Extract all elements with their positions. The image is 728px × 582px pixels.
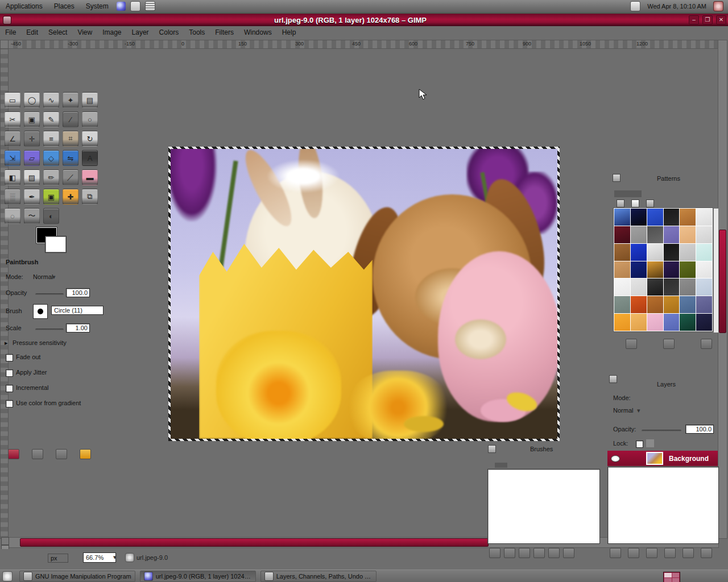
pattern-swatch-13[interactable] (631, 244, 647, 261)
patterns-scrollbar[interactable] (713, 208, 719, 333)
tool-ink[interactable]: ✒ (24, 189, 40, 205)
vertical-scrollbar-thumb[interactable] (719, 230, 726, 333)
pattern-swatch-35[interactable] (696, 296, 712, 313)
horizontal-scrollbar-thumb[interactable] (20, 538, 489, 547)
tool-blur-sharpen[interactable]: ◌ (5, 208, 20, 224)
menu-places[interactable]: Places (48, 0, 80, 13)
tool-zoom[interactable]: ○ (82, 111, 98, 127)
tool-rotate[interactable]: ↻ (82, 131, 98, 147)
shutdown-icon[interactable] (713, 1, 723, 11)
refresh-patterns-icon[interactable] (663, 339, 675, 349)
pattern-swatch-0[interactable] (614, 209, 630, 226)
lock-paint-icon[interactable] (646, 439, 654, 447)
duplicate-layer-icon[interactable] (664, 548, 676, 558)
tool-shear[interactable]: ▱ (24, 150, 40, 166)
panel-clock[interactable]: Wed Apr 8, 10:10 AM (647, 3, 706, 10)
tool-dodge-burn[interactable]: ◐ (43, 208, 59, 224)
gradients-tab-icon[interactable] (646, 199, 654, 207)
menubar-item-windows[interactable]: Windows (239, 28, 277, 36)
menubar-item-tools[interactable]: Tools (184, 28, 210, 36)
tool-scale[interactable]: ⇲ (5, 150, 20, 166)
vertical-scrollbar[interactable] (718, 40, 727, 539)
close-button[interactable]: ✕ (716, 15, 726, 24)
pattern-swatch-22[interactable] (680, 261, 696, 278)
tool-foreground-select[interactable]: ▣ (24, 111, 40, 127)
patterns-grid[interactable] (613, 207, 713, 332)
tool-ellipse-select[interactable]: ◯ (24, 92, 40, 108)
mode-dropdown[interactable]: Normal (33, 273, 53, 280)
pattern-swatch-6[interactable] (614, 226, 630, 243)
layer-thumbnail[interactable] (646, 452, 663, 465)
workspace-1[interactable] (664, 573, 672, 577)
brushes-tab-icon[interactable] (617, 199, 624, 207)
quickmask-toggle[interactable] (1, 537, 9, 545)
pattern-swatch-2[interactable] (647, 209, 663, 226)
tool-clone[interactable]: ▣ (43, 189, 59, 205)
checkbox-use-color-from-gradient[interactable] (6, 400, 13, 408)
mode-dropdown-arrow-icon[interactable]: ▾ (52, 273, 56, 281)
delete-options-icon[interactable] (56, 449, 67, 459)
pattern-swatch-21[interactable] (664, 261, 680, 278)
anchor-layer-icon[interactable] (682, 548, 694, 558)
lower-layer-icon[interactable] (646, 548, 657, 558)
edit-pattern-icon[interactable] (626, 339, 637, 349)
gimp-icon[interactable] (117, 2, 126, 11)
tool-move[interactable]: ✛ (24, 131, 40, 147)
pattern-swatch-20[interactable] (647, 261, 663, 278)
restore-options-icon[interactable] (32, 449, 43, 459)
maximize-button[interactable]: ❐ (702, 15, 713, 24)
menubar-item-image[interactable]: Image (97, 28, 126, 36)
pattern-swatch-40[interactable] (680, 314, 696, 331)
canvas-image[interactable] (171, 149, 557, 439)
opacity-spinbox[interactable]: 100.0 (66, 288, 90, 297)
pattern-swatch-37[interactable] (631, 314, 647, 331)
tool-perspective-clone[interactable]: ⧉ (82, 189, 98, 205)
pattern-swatch-29[interactable] (696, 278, 712, 296)
tool-align[interactable]: ≡ (43, 131, 59, 147)
patterns-dock-grip-icon[interactable] (613, 174, 621, 182)
show-desktop-icon[interactable] (2, 571, 13, 581)
menubar-item-edit[interactable]: Edit (21, 28, 43, 36)
menubar-item-select[interactable]: Select (43, 28, 72, 36)
layers-list-area[interactable] (607, 467, 719, 544)
tool-text[interactable]: A (82, 150, 98, 166)
menubar-item-help[interactable]: Help (277, 28, 301, 36)
refresh-brushes-icon[interactable] (548, 548, 560, 558)
menubar-item-view[interactable]: View (72, 28, 97, 36)
tool-paths[interactable]: ✎ (43, 111, 59, 127)
tool-scissors-select[interactable]: ✂ (5, 111, 20, 127)
text-editor-icon[interactable] (145, 1, 155, 11)
pattern-swatch-4[interactable] (680, 209, 696, 226)
pattern-swatch-32[interactable] (647, 296, 663, 313)
tool-perspective[interactable]: ◇ (43, 150, 59, 166)
pattern-swatch-24[interactable] (614, 278, 630, 296)
minimize-button[interactable]: – (689, 15, 699, 24)
fg-bg-color-area[interactable] (33, 226, 67, 253)
tool-flip[interactable]: ⇋ (63, 150, 78, 166)
pattern-swatch-41[interactable] (696, 314, 712, 331)
pattern-swatch-26[interactable] (647, 278, 663, 296)
pattern-swatch-18[interactable] (614, 261, 630, 278)
tool-eraser[interactable]: ▬ (82, 169, 98, 185)
expander-arrow-icon[interactable]: ▸ (5, 339, 8, 347)
zoom-combo[interactable]: 66.7% (83, 552, 116, 563)
raise-layer-icon[interactable] (628, 548, 639, 558)
open-as-image-icon[interactable] (701, 339, 712, 349)
layer-name[interactable]: Background (669, 455, 709, 463)
tool-smudge[interactable]: 〜 (24, 208, 40, 224)
layers-opacity-slider[interactable] (642, 430, 681, 432)
tool-bucket-fill[interactable]: ◧ (5, 169, 20, 185)
pattern-swatch-27[interactable] (664, 278, 680, 296)
checkbox-incremental[interactable] (6, 385, 13, 392)
pattern-swatch-3[interactable] (664, 209, 680, 226)
duplicate-brush-icon[interactable] (519, 548, 530, 558)
gimp-titlebar[interactable]: url.jpeg-9.0 (RGB, 1 layer) 1024x768 – G… (0, 14, 728, 26)
tool-free-select[interactable]: ∿ (43, 92, 59, 108)
tool-rectangle-select[interactable]: ▭ (5, 92, 20, 108)
layers-dock-grip-icon[interactable] (609, 375, 617, 383)
menubar-item-filters[interactable]: Filters (210, 28, 239, 36)
save-options-icon[interactable] (8, 449, 19, 459)
tool-paintbrush[interactable]: ／ (63, 169, 78, 185)
new-brush-icon[interactable] (504, 548, 515, 558)
tool-select-by-color[interactable]: ▤ (82, 92, 98, 108)
